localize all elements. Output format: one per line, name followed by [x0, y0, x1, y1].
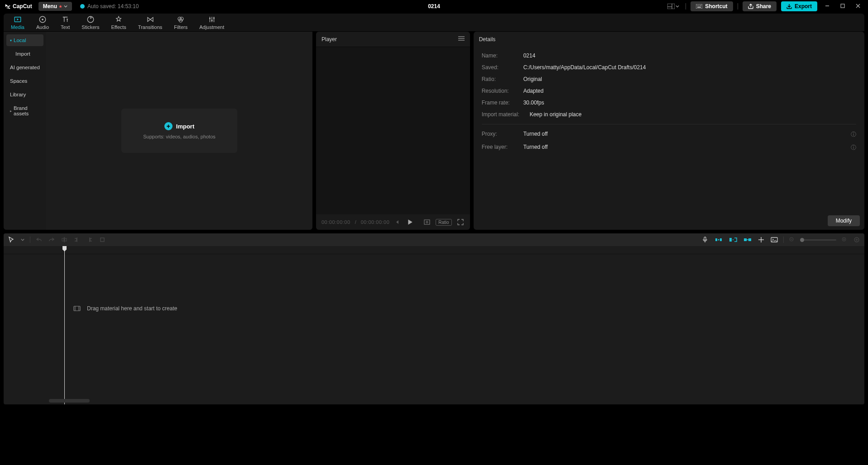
svg-point-20: [213, 17, 215, 19]
media-dropzone[interactable]: +Import Supports: videos, audios, photos: [46, 32, 312, 230]
sidebar-item-import[interactable]: Import: [6, 48, 43, 60]
svg-point-19: [211, 19, 212, 21]
app-name: CapCut: [13, 3, 32, 9]
linkage-button[interactable]: [743, 236, 753, 244]
info-icon[interactable]: ⓘ: [851, 131, 856, 138]
redo-icon: [48, 237, 55, 243]
zoom-fit-button[interactable]: [853, 236, 861, 244]
divider: [738, 3, 738, 9]
play-button[interactable]: [406, 218, 414, 226]
chevron-down-icon: [64, 5, 67, 8]
clip-icon: [73, 305, 81, 312]
svg-point-4: [697, 5, 698, 5]
menu-button[interactable]: Menu★: [38, 2, 72, 11]
autosave-dot-icon: [80, 4, 85, 9]
detail-key: Frame rate:: [482, 100, 523, 106]
svg-rect-29: [101, 238, 104, 242]
sidebar-item-label: Local: [14, 38, 26, 43]
player-menu-button[interactable]: [458, 36, 465, 43]
voiceover-button[interactable]: [701, 236, 709, 244]
preview-axis-button[interactable]: [757, 236, 765, 244]
share-label: Share: [756, 3, 771, 9]
split-button[interactable]: [60, 236, 68, 244]
fullscreen-button[interactable]: [456, 218, 465, 226]
shortcut-button[interactable]: Shortcut: [691, 1, 733, 11]
svg-rect-30: [704, 237, 706, 240]
delete-right-button[interactable]: [86, 236, 94, 244]
tab-label: Filters: [174, 24, 187, 30]
zoom-slider-thumb[interactable]: [800, 238, 804, 242]
delete-left-button[interactable]: [73, 236, 81, 244]
tab-label: Adjustment: [199, 24, 224, 30]
sidebar-item-spaces[interactable]: Spaces: [6, 75, 43, 87]
tab-adjustment[interactable]: Adjustment: [194, 14, 230, 32]
maximize-button[interactable]: [837, 1, 848, 12]
select-tool-button[interactable]: [7, 236, 15, 244]
autosave-status: Auto saved: 14:53:10: [80, 3, 139, 9]
playhead[interactable]: [64, 246, 65, 404]
timeline-scrollbar[interactable]: [49, 399, 860, 403]
player-viewport[interactable]: [316, 47, 470, 214]
details-footer: Modify: [474, 212, 864, 230]
project-title: 0214: [428, 3, 440, 9]
safe-zone-button[interactable]: [423, 218, 431, 226]
zoom-slider[interactable]: [800, 239, 836, 241]
media-panel: ▾Local Import AI generated Spaces Librar…: [4, 32, 312, 230]
minimize-button[interactable]: [822, 1, 833, 12]
cover-icon: [771, 237, 778, 243]
layout-button[interactable]: [666, 2, 681, 11]
auto-snap-button[interactable]: [728, 236, 738, 244]
tab-transitions[interactable]: Transitions: [133, 14, 168, 32]
crop-button[interactable]: [98, 236, 106, 244]
split-icon: [61, 237, 67, 243]
sidebar-item-brand[interactable]: ▸Brand assets: [6, 102, 43, 119]
svg-point-7: [701, 5, 701, 5]
svg-rect-32: [720, 238, 722, 241]
zoom-in-button[interactable]: [841, 236, 848, 243]
ratio-button[interactable]: Ratio: [436, 219, 451, 226]
scrollbar-thumb[interactable]: [49, 399, 90, 403]
svg-rect-46: [74, 306, 80, 311]
modify-button[interactable]: Modify: [828, 215, 860, 226]
magnet-main-button[interactable]: [714, 236, 724, 244]
timeline[interactable]: Drag material here and start to create: [4, 246, 864, 404]
tab-media[interactable]: Media: [5, 14, 30, 32]
info-icon[interactable]: ⓘ: [851, 144, 856, 152]
details-title: Details: [479, 36, 496, 43]
detail-key: Import material:: [482, 111, 530, 118]
share-button[interactable]: Share: [743, 1, 777, 11]
timeline-ruler[interactable]: [4, 246, 864, 254]
tab-audio[interactable]: Audio: [31, 14, 54, 32]
tab-text[interactable]: Text: [55, 14, 75, 32]
redo-button[interactable]: [48, 236, 56, 244]
divider: [30, 237, 30, 243]
svg-rect-10: [841, 4, 844, 8]
close-button[interactable]: [853, 1, 863, 12]
svg-point-5: [699, 5, 699, 5]
export-button[interactable]: Export: [781, 1, 817, 11]
sidebar-item-local[interactable]: ▾Local: [6, 34, 43, 46]
tab-effects[interactable]: Effects: [106, 14, 131, 32]
timecode-sep: /: [355, 219, 356, 225]
sidebar-item-ai[interactable]: AI generated: [6, 62, 43, 73]
tool-dropdown[interactable]: [20, 237, 25, 242]
fullscreen-icon: [457, 219, 464, 225]
svg-rect-27: [62, 238, 64, 241]
keyboard-icon: [696, 4, 702, 9]
timeline-toolbar: [4, 233, 864, 246]
tab-filters[interactable]: Filters: [168, 14, 193, 32]
undo-icon: [36, 237, 42, 243]
sidebar-item-library[interactable]: Library: [6, 89, 43, 100]
cover-button[interactable]: [770, 236, 779, 244]
tab-stickers[interactable]: Stickers: [76, 14, 105, 32]
tab-label: Stickers: [82, 24, 99, 30]
zoom-out-button[interactable]: [788, 236, 796, 243]
tab-label: Transitions: [138, 24, 162, 30]
player-title: Player: [321, 36, 337, 43]
titlebar: CapCut Menu★ Auto saved: 14:53:10 0214 S…: [0, 0, 868, 13]
undo-button[interactable]: [35, 236, 43, 244]
prev-frame-button[interactable]: [394, 218, 401, 226]
import-box[interactable]: +Import Supports: videos, audios, photos: [121, 109, 237, 153]
timeline-empty-state: Drag material here and start to create: [73, 305, 177, 312]
svg-rect-34: [729, 238, 732, 242]
